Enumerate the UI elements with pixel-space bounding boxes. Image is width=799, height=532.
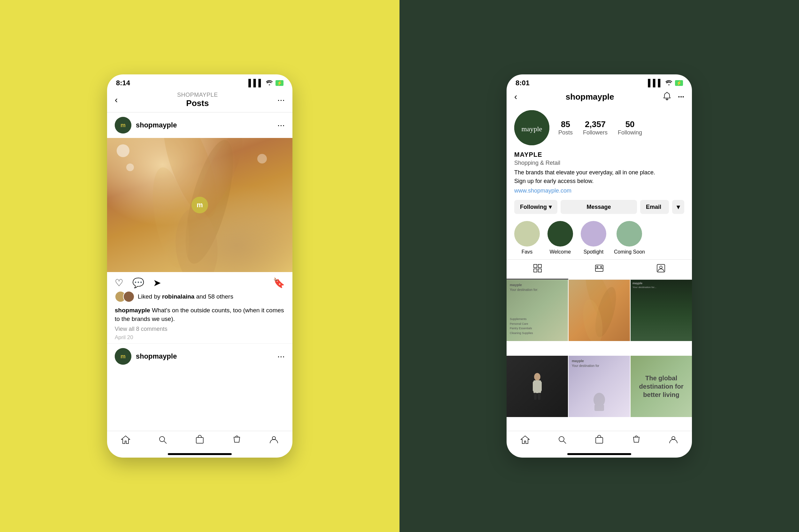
nav-search-right[interactable] (557, 435, 567, 447)
highlight-coming-soon[interactable]: Coming Soon (614, 221, 645, 255)
profile-nav-username: shopmayple (566, 92, 614, 102)
wifi-icon (266, 79, 273, 87)
grid-cell-5[interactable]: mayple Your destination for (568, 356, 630, 417)
highlight-favs-circle (514, 221, 540, 247)
post-date: April 20 (107, 334, 292, 343)
nav-shop[interactable] (195, 435, 204, 447)
nav-bag-right[interactable] (632, 435, 641, 447)
post1-username[interactable]: shopmayple (136, 121, 177, 129)
tab-reels[interactable] (568, 260, 630, 280)
grid-cell-4[interactable] (507, 356, 568, 417)
nav-profile[interactable] (269, 435, 279, 447)
nav-shop-right[interactable] (595, 435, 604, 447)
like-icon[interactable]: ♡ (115, 277, 123, 288)
nav-search[interactable] (158, 435, 167, 447)
stat-posts-label: Posts (558, 129, 573, 136)
post2-avatar[interactable]: m (115, 348, 131, 365)
stat-posts[interactable]: 85 Posts (558, 119, 573, 136)
post2-header: m shopmayple ··· (107, 344, 292, 369)
svg-point-20 (597, 266, 598, 268)
profile-stats: 85 Posts 2,357 Followers 50 Following (558, 119, 684, 136)
highlight-favs-label: Favs (522, 249, 533, 255)
likes-suffix: and 58 others (196, 293, 233, 300)
svg-rect-38 (596, 437, 603, 443)
profile-grid: mayple Your destination for: Supplements… (507, 280, 692, 431)
highlight-spotlight[interactable]: Spotlight (581, 221, 606, 255)
profile-avatar[interactable]: mayple (514, 110, 549, 145)
grid-cell-6[interactable]: The global destination for better living (631, 356, 692, 417)
svg-rect-33 (538, 393, 541, 400)
battery-icon-right: ⚡ (675, 80, 683, 86)
following-label: Following (520, 204, 547, 210)
svg-point-36 (559, 437, 564, 442)
home-bar-left (168, 453, 232, 455)
back-button-left[interactable]: ‹ (115, 95, 117, 105)
grid-cell-1-overlay: mayple Your destination for: Supplements… (507, 280, 568, 341)
stat-following-label: Following (618, 129, 642, 136)
grid-cell-2[interactable] (568, 280, 630, 341)
comment-icon[interactable]: 💬 (132, 277, 144, 288)
likes-bold-name[interactable]: robinalaina (162, 293, 194, 300)
status-bar-left: 8:14 ▌▌▌ ⚡ (107, 74, 292, 89)
caption-username[interactable]: shopmayple (115, 307, 150, 314)
following-button[interactable]: Following ▾ (514, 200, 557, 214)
left-background: 8:14 ▌▌▌ ⚡ ‹ SHOPMAYPLE Posts ··· (0, 0, 399, 532)
profile-link[interactable]: www.shopmayple.com (507, 187, 692, 197)
post1-action-left: ♡ 💬 ➤ (115, 277, 161, 288)
bell-icon[interactable] (662, 92, 671, 102)
post1-header: m shopmayple ··· (107, 112, 292, 138)
nav-home-right[interactable] (520, 435, 530, 447)
watermark-logo: m (192, 197, 208, 213)
likes-text: Liked by robinalaina and 58 others (138, 293, 233, 300)
tab-tagged[interactable] (630, 260, 692, 280)
stat-followers[interactable]: 2,357 Followers (583, 119, 607, 136)
svg-line-10 (164, 441, 166, 443)
profile-category: Shopping & Retail (507, 159, 692, 167)
right-background: 8:01 ▌▌▌ ⚡ ‹ shopmayple ··· (399, 0, 799, 532)
grid-cell-3-text: Your destination for... (633, 285, 656, 289)
highlight-coming-soon-label: Coming Soon (614, 249, 645, 255)
home-bar-right (567, 453, 631, 455)
tab-grid[interactable] (507, 260, 568, 280)
nav-title-group: SHOPMAYPLE Posts (177, 92, 218, 108)
following-chevron: ▾ (549, 204, 552, 210)
highlight-spotlight-label: Spotlight (584, 249, 603, 255)
more-icon-right[interactable]: ··· (678, 92, 684, 101)
post1-actions: ♡ 💬 ➤ 🔖 (107, 272, 292, 291)
post1-more[interactable]: ··· (277, 120, 285, 130)
grid-cell-3[interactable]: mayple Your destination for... (631, 280, 692, 341)
message-button[interactable]: Message (561, 200, 637, 214)
grid-cell-1[interactable]: mayple Your destination for: Supplements… (507, 280, 568, 341)
battery-icon: ⚡ (275, 80, 284, 86)
view-comments[interactable]: View all 8 comments (107, 325, 292, 334)
post1-avatar[interactable]: m (115, 117, 131, 133)
more-dropdown-button[interactable]: ▾ (672, 200, 684, 214)
svg-rect-15 (534, 264, 537, 268)
svg-rect-11 (196, 437, 203, 443)
highlight-welcome[interactable]: Welcome (547, 221, 573, 255)
post2-more[interactable]: ··· (277, 351, 285, 361)
stat-following-number: 50 (618, 119, 642, 129)
save-icon[interactable]: 🔖 (273, 277, 285, 288)
likes-row: Liked by robinalaina and 58 others (107, 291, 292, 305)
svg-rect-16 (538, 264, 541, 268)
nav-account-label: SHOPMAYPLE (177, 92, 218, 98)
left-phone: 8:14 ▌▌▌ ⚡ ‹ SHOPMAYPLE Posts ··· (107, 74, 292, 458)
highlight-favs[interactable]: Favs (514, 221, 540, 255)
likes-avatars (115, 291, 134, 302)
back-button-right[interactable]: ‹ (514, 92, 517, 102)
nav-home[interactable] (121, 435, 130, 447)
svg-rect-32 (534, 393, 537, 400)
nav-profile-right[interactable] (669, 435, 678, 447)
grid-cell-4-figure (528, 372, 547, 401)
nav-bag[interactable] (232, 435, 242, 447)
stat-following[interactable]: 50 Following (618, 119, 642, 136)
post2-username[interactable]: shopmayple (136, 352, 177, 361)
svg-rect-18 (538, 269, 541, 272)
share-icon[interactable]: ➤ (153, 277, 161, 288)
profile-name: MAYPLE (507, 150, 692, 159)
more-button-left[interactable]: ··· (277, 95, 285, 105)
bubble2 (126, 164, 134, 171)
email-button[interactable]: Email (640, 200, 669, 214)
svg-text:m: m (121, 353, 126, 360)
